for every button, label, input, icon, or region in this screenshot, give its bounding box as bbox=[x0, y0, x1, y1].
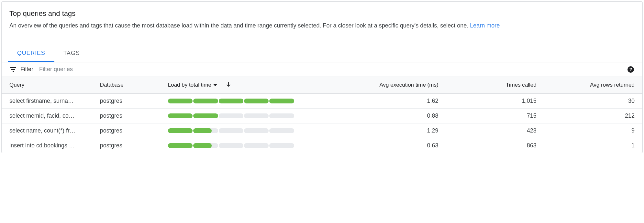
sort-arrow-down-icon bbox=[225, 81, 232, 90]
table-row[interactable]: select firstname, surna…postgres1.621,01… bbox=[2, 93, 642, 108]
cell-avg-exec: 0.63 bbox=[325, 138, 446, 153]
cell-database: postgres bbox=[92, 93, 160, 108]
cell-load bbox=[160, 108, 326, 123]
filter-bar: Filter ? bbox=[2, 62, 642, 77]
cell-query: select name, count(*) fr… bbox=[2, 123, 92, 138]
dropdown-triangle-icon bbox=[213, 84, 217, 86]
cell-load bbox=[160, 93, 326, 108]
cell-database: postgres bbox=[92, 123, 160, 138]
load-bar bbox=[168, 113, 294, 118]
table-body: select firstname, surna…postgres1.621,01… bbox=[2, 93, 642, 153]
filter-input[interactable] bbox=[39, 66, 627, 73]
cell-load bbox=[160, 123, 326, 138]
load-bar bbox=[168, 128, 294, 133]
cell-query: select firstname, surna… bbox=[2, 93, 92, 108]
col-header-avg-exec[interactable]: Avg execution time (ms) bbox=[325, 77, 446, 94]
table-row[interactable]: select name, count(*) fr…postgres1.29423… bbox=[2, 123, 642, 138]
cell-avg-rows: 1 bbox=[544, 138, 642, 153]
cell-avg-exec: 0.88 bbox=[325, 108, 446, 123]
top-queries-panel: Top queries and tags An overview of the … bbox=[1, 1, 643, 153]
table-row[interactable]: insert into cd.bookings …postgres0.63863… bbox=[2, 138, 642, 153]
col-header-avg-rows[interactable]: Avg rows returned bbox=[544, 77, 642, 94]
tab-tags[interactable]: TAGS bbox=[54, 45, 89, 62]
cell-avg-rows: 212 bbox=[544, 108, 642, 123]
table-header-row: Query Database Load by total time Avg ex… bbox=[2, 77, 642, 94]
table-row[interactable]: select memid, facid, co…postgres0.887152… bbox=[2, 108, 642, 123]
queries-table: Query Database Load by total time Avg ex… bbox=[2, 77, 642, 153]
cell-avg-rows: 9 bbox=[544, 123, 642, 138]
tabs-bar: QUERIES TAGS bbox=[2, 45, 642, 62]
learn-more-link[interactable]: Learn more bbox=[470, 22, 500, 29]
svg-text:?: ? bbox=[629, 67, 632, 72]
cell-times-called: 715 bbox=[446, 108, 544, 123]
col-header-query[interactable]: Query bbox=[2, 77, 92, 94]
load-bar bbox=[168, 99, 294, 103]
cell-times-called: 1,015 bbox=[446, 93, 544, 108]
help-icon[interactable]: ? bbox=[627, 66, 635, 73]
filter-label: Filter bbox=[20, 66, 33, 73]
cell-times-called: 423 bbox=[446, 123, 544, 138]
col-header-times-called[interactable]: Times called bbox=[446, 77, 544, 94]
cell-load bbox=[160, 138, 326, 153]
load-bar bbox=[168, 143, 294, 148]
col-header-load[interactable]: Load by total time bbox=[160, 77, 326, 94]
description-text: An overview of the queries and tags that… bbox=[9, 22, 470, 29]
panel-description: An overview of the queries and tags that… bbox=[9, 21, 635, 30]
cell-avg-exec: 1.29 bbox=[325, 123, 446, 138]
panel-title: Top queries and tags bbox=[9, 9, 635, 18]
tab-queries[interactable]: QUERIES bbox=[8, 45, 54, 62]
cell-query: select memid, facid, co… bbox=[2, 108, 92, 123]
cell-avg-exec: 1.62 bbox=[325, 93, 446, 108]
cell-database: postgres bbox=[92, 108, 160, 123]
cell-avg-rows: 30 bbox=[544, 93, 642, 108]
col-header-load-label: Load by total time bbox=[168, 82, 211, 88]
col-header-database[interactable]: Database bbox=[92, 77, 160, 94]
cell-times-called: 863 bbox=[446, 138, 544, 153]
filter-icon bbox=[9, 66, 17, 73]
panel-header: Top queries and tags An overview of the … bbox=[2, 2, 642, 36]
cell-database: postgres bbox=[92, 138, 160, 153]
cell-query: insert into cd.bookings … bbox=[2, 138, 92, 153]
